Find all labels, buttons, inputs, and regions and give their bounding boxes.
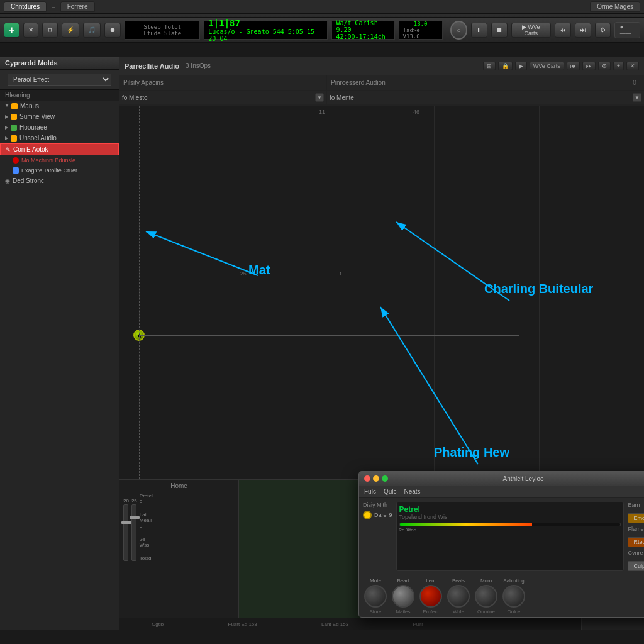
prev-small[interactable]: ⏮ bbox=[567, 62, 580, 70]
unsoel-label: Unsoel Audio bbox=[19, 135, 57, 142]
beals-knob[interactable] bbox=[447, 585, 470, 608]
lent-label: Lent bbox=[426, 578, 436, 584]
manus-icon bbox=[11, 103, 18, 109]
prev-button[interactable]: ⏮ bbox=[555, 23, 571, 38]
grid-line-2 bbox=[330, 106, 330, 479]
sidebar-item-mechinni[interactable]: Mo Mechinni Bdunsle bbox=[0, 155, 119, 165]
wave-btn[interactable]: ▶ bbox=[515, 62, 527, 70]
beart-knob[interactable] bbox=[392, 585, 414, 608]
fader-val-20: 20 bbox=[123, 498, 129, 504]
sidebar-item-con-e-aotok[interactable]: ✎ Con E Aotok bbox=[0, 143, 119, 155]
next-button[interactable]: ⏭ bbox=[575, 23, 591, 38]
fader-label-2e: 2eWss bbox=[140, 536, 153, 548]
tab-orme-mages[interactable]: Orme Mages bbox=[590, 1, 640, 12]
preset-btn1: Steeb Totol bbox=[144, 24, 182, 30]
plugin-max-btn[interactable] bbox=[382, 475, 388, 482]
content-area: Parrecllite Audio 3 InsOps ⊞ 🔒 ▶ WVe Car… bbox=[119, 57, 644, 630]
plugin-min-btn[interactable] bbox=[373, 475, 379, 482]
bottom-bar-labels: Ogtib Fuart Ed 153 Lant Ed 153 Pultr bbox=[119, 618, 581, 630]
ctrl-sabinting: Sabinting Oulce bbox=[502, 578, 525, 614]
mechinni-label: Mo Mechinni Bdunsle bbox=[21, 157, 75, 164]
grid-btn[interactable]: ⊞ bbox=[483, 62, 496, 70]
fader-bar-1[interactable] bbox=[123, 504, 128, 561]
next-small[interactable]: ⏭ bbox=[582, 62, 596, 70]
fader-labels: Pretel0 LatMeall0 2eWss Tolsd bbox=[140, 493, 153, 561]
grid-num-46: 46 bbox=[413, 109, 419, 115]
moru-knob[interactable] bbox=[475, 585, 497, 608]
earn-emoel-btn[interactable]: Emoel bbox=[628, 513, 644, 523]
tempo-display: Wa/t Garish 9.20 42:00-17:14ch bbox=[331, 21, 394, 40]
fader-label-tolsd: Tolsd bbox=[140, 555, 153, 561]
settings-small[interactable]: ⚙ bbox=[598, 62, 611, 70]
midi-button[interactable]: 🎵 bbox=[83, 23, 101, 38]
tab-forrere[interactable]: Forrere bbox=[60, 1, 95, 12]
plugin-menu-bar: Fulc Qulc Neats bbox=[359, 486, 644, 498]
plugin-meter-fill bbox=[400, 523, 533, 526]
hoouraee-icon bbox=[11, 125, 17, 131]
curve-culp-btn[interactable]: Culp bbox=[628, 561, 644, 571]
plugin-close-btn[interactable] bbox=[364, 475, 370, 482]
exagnte-label: Exagnte Tatollte Cruer bbox=[21, 167, 77, 174]
playhead-line bbox=[139, 106, 140, 479]
sidebar: Cyprardd Molds Peraol Effect Hleaning Ma… bbox=[0, 57, 119, 630]
sumne-label: Sumne View bbox=[19, 113, 55, 120]
grid-num-25: 25 bbox=[240, 270, 247, 277]
sidebar-item-unsoel[interactable]: Unsoel Audio bbox=[0, 133, 119, 143]
tab-chntdures[interactable]: Chntdures bbox=[4, 1, 47, 12]
expand-icon bbox=[5, 104, 9, 109]
plugin-menu-neats[interactable]: Neats bbox=[404, 488, 420, 495]
close-plugin[interactable]: ✕ bbox=[626, 62, 639, 70]
sabinting-knob[interactable] bbox=[502, 585, 525, 608]
fader-bar-2[interactable] bbox=[131, 504, 136, 561]
beart-label: Beart bbox=[397, 578, 409, 584]
transport-bar: + ✕ ⚙ ⚡ 🎵 ⏺ Steeb Totol Etude Slate 1|1|… bbox=[0, 18, 644, 43]
monitor-circle[interactable]: ○ bbox=[450, 21, 467, 40]
plugin-meter bbox=[399, 523, 621, 526]
plugin-menu-fulc[interactable]: Fulc bbox=[364, 488, 376, 495]
profile-display: ● —— bbox=[614, 22, 640, 38]
disy-mith-label: Disiy Mith bbox=[363, 502, 392, 508]
plugin-area-title: Parrecllite Audio bbox=[125, 62, 179, 70]
plugin-menu-qulc[interactable]: Qulc bbox=[384, 488, 397, 495]
track-col-headers: Pilsity Apacins Pinroesserd Audion 0 bbox=[119, 75, 644, 91]
flame-label: Flame bbox=[628, 526, 644, 532]
manus-label: Manus bbox=[20, 103, 39, 109]
ctrl-beals: Beals Wole bbox=[447, 578, 470, 614]
inserts-label: 3 InsOps bbox=[186, 62, 211, 69]
sidebar-item-sumne[interactable]: Sumne View bbox=[0, 111, 119, 122]
extra-button[interactable]: ⚙ bbox=[595, 23, 611, 38]
plugin-window-controls[interactable] bbox=[364, 475, 388, 482]
collapse-btn[interactable]: + bbox=[613, 62, 624, 70]
tempo-value: Wa/t Garish 9.20 bbox=[336, 19, 390, 33]
ctrl-lent: Lent Profect bbox=[419, 578, 442, 614]
plugin-body: Disiy Mith Dare 9 Petrel Topeland Irond … bbox=[359, 498, 644, 575]
lock-btn[interactable]: 🔒 bbox=[498, 62, 513, 70]
fader-thumb-1 bbox=[121, 521, 131, 524]
track-options-btn2[interactable]: ▼ bbox=[633, 93, 641, 102]
preset-select[interactable]: Peraol Effect bbox=[8, 74, 111, 86]
sidebar-item-ded-stronc[interactable]: ◉ Ded Stronc bbox=[0, 175, 119, 186]
sidebar-item-exagnte[interactable]: Exagnte Tatollte Cruer bbox=[0, 165, 119, 175]
beals-label: Beals bbox=[452, 578, 465, 584]
plugin-section-disymith: Disiy Mith Dare 9 bbox=[363, 502, 392, 571]
sidebar-item-hoouraee[interactable]: Hoouraee bbox=[0, 122, 119, 133]
add-track-button[interactable]: + bbox=[4, 23, 19, 38]
sidebar-item-manus[interactable]: Manus bbox=[0, 101, 119, 111]
lent-knob[interactable] bbox=[419, 585, 442, 608]
flame-btn-row: Rtege bbox=[628, 537, 644, 547]
stop-button[interactable]: ⏹ bbox=[491, 23, 508, 38]
tab-collapse[interactable]: – bbox=[49, 3, 58, 10]
wave-carts-small[interactable]: WVe Carts bbox=[530, 62, 564, 70]
mote-label: Mote bbox=[370, 578, 381, 584]
record-button[interactable]: ⏺ bbox=[104, 23, 121, 38]
pause-button[interactable]: ⏸ bbox=[471, 23, 487, 38]
flame-rtege-btn[interactable]: Rtege bbox=[628, 537, 644, 547]
settings-button[interactable]: ⚙ bbox=[42, 23, 58, 38]
sabinting-label: Sabinting bbox=[503, 578, 524, 584]
wave-carts-button[interactable]: ▶ WVe Carts bbox=[511, 23, 551, 38]
sync-button[interactable]: ⚡ bbox=[62, 23, 79, 38]
mote-knob[interactable] bbox=[364, 585, 387, 608]
earn-btn-row: Emoel bbox=[628, 513, 644, 523]
close-transport-button[interactable]: ✕ bbox=[23, 23, 38, 38]
track-options-btn[interactable]: ▼ bbox=[315, 93, 324, 102]
